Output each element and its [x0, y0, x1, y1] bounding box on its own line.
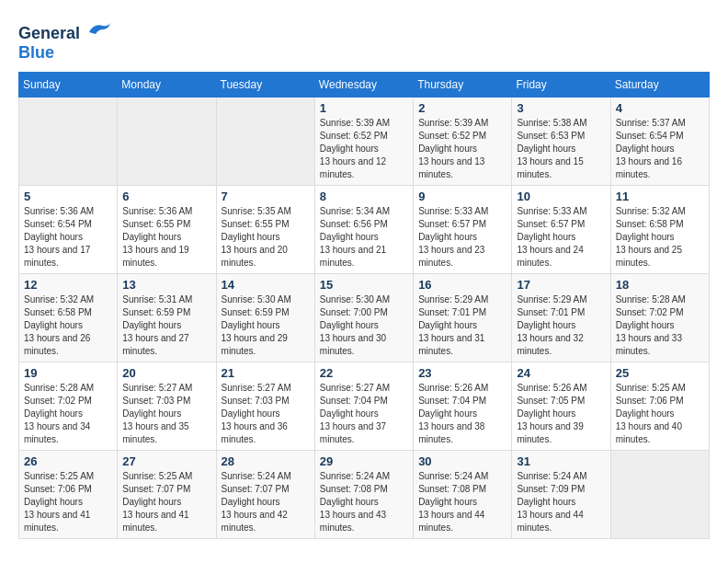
day-info: Sunrise: 5:27 AM Sunset: 7:04 PM Dayligh…	[320, 382, 408, 446]
day-number: 11	[616, 190, 704, 203]
day-number: 17	[517, 278, 605, 292]
calendar-cell	[610, 451, 709, 539]
calendar-cell	[19, 98, 118, 186]
weekday-header-friday: Friday	[512, 73, 610, 98]
calendar-cell: 5 Sunrise: 5:36 AM Sunset: 6:54 PM Dayli…	[19, 186, 118, 274]
day-number: 13	[122, 278, 210, 292]
weekday-header-saturday: Saturday	[610, 73, 709, 98]
logo-blue-text: Blue	[18, 43, 54, 62]
calendar-cell: 31 Sunrise: 5:24 AM Sunset: 7:09 PM Dayl…	[512, 451, 610, 539]
calendar-cell: 25 Sunrise: 5:25 AM Sunset: 7:06 PM Dayl…	[610, 362, 709, 451]
calendar-cell: 26 Sunrise: 5:25 AM Sunset: 7:06 PM Dayl…	[19, 451, 118, 539]
day-info: Sunrise: 5:32 AM Sunset: 6:58 PM Dayligh…	[24, 293, 112, 358]
day-number: 14	[222, 278, 310, 292]
day-number: 29	[320, 454, 408, 468]
day-info: Sunrise: 5:24 AM Sunset: 7:08 PM Dayligh…	[418, 470, 506, 534]
day-info: Sunrise: 5:36 AM Sunset: 6:55 PM Dayligh…	[122, 205, 210, 270]
logo-general-text: General	[18, 24, 80, 42]
day-number: 6	[122, 190, 210, 203]
day-info: Sunrise: 5:25 AM Sunset: 7:06 PM Dayligh…	[24, 470, 112, 534]
day-number: 23	[418, 366, 506, 380]
day-number: 7	[222, 190, 310, 203]
day-number: 10	[517, 190, 605, 203]
day-info: Sunrise: 5:31 AM Sunset: 6:59 PM Dayligh…	[122, 293, 210, 358]
calendar-cell: 21 Sunrise: 5:27 AM Sunset: 7:03 PM Dayl…	[216, 362, 314, 451]
day-info: Sunrise: 5:24 AM Sunset: 7:09 PM Dayligh…	[517, 470, 605, 534]
day-number: 21	[222, 366, 310, 380]
logo: General Blue	[18, 18, 112, 63]
day-info: Sunrise: 5:39 AM Sunset: 6:52 PM Dayligh…	[418, 117, 506, 181]
day-info: Sunrise: 5:28 AM Sunset: 7:02 PM Dayligh…	[616, 293, 704, 358]
calendar-cell: 30 Sunrise: 5:24 AM Sunset: 7:08 PM Dayl…	[414, 451, 512, 539]
calendar-cell: 20 Sunrise: 5:27 AM Sunset: 7:03 PM Dayl…	[118, 362, 216, 451]
day-info: Sunrise: 5:33 AM Sunset: 6:57 PM Dayligh…	[418, 205, 506, 270]
day-number: 20	[122, 366, 210, 380]
day-number: 16	[418, 278, 506, 292]
day-info: Sunrise: 5:36 AM Sunset: 6:54 PM Dayligh…	[24, 205, 112, 270]
day-info: Sunrise: 5:33 AM Sunset: 6:57 PM Dayligh…	[517, 205, 605, 270]
day-number: 3	[517, 101, 605, 115]
day-info: Sunrise: 5:39 AM Sunset: 6:52 PM Dayligh…	[320, 117, 408, 181]
day-info: Sunrise: 5:37 AM Sunset: 6:54 PM Dayligh…	[616, 117, 704, 181]
calendar-cell: 11 Sunrise: 5:32 AM Sunset: 6:58 PM Dayl…	[610, 186, 709, 274]
day-number: 8	[320, 190, 408, 203]
calendar-cell: 18 Sunrise: 5:28 AM Sunset: 7:02 PM Dayl…	[610, 274, 709, 362]
calendar-cell	[216, 98, 314, 186]
calendar-cell: 9 Sunrise: 5:33 AM Sunset: 6:57 PM Dayli…	[414, 186, 512, 274]
day-number: 4	[616, 101, 704, 115]
day-info: Sunrise: 5:25 AM Sunset: 7:06 PM Dayligh…	[616, 382, 704, 446]
calendar-cell: 3 Sunrise: 5:38 AM Sunset: 6:53 PM Dayli…	[512, 98, 610, 186]
day-number: 5	[24, 190, 112, 203]
calendar-cell	[118, 98, 216, 186]
calendar-week-row: 26 Sunrise: 5:25 AM Sunset: 7:06 PM Dayl…	[19, 451, 710, 539]
weekday-header-sunday: Sunday	[19, 73, 118, 98]
day-info: Sunrise: 5:34 AM Sunset: 6:56 PM Dayligh…	[320, 205, 408, 270]
day-number: 31	[517, 454, 605, 468]
calendar-header-row: SundayMondayTuesdayWednesdayThursdayFrid…	[19, 73, 710, 98]
day-number: 28	[222, 454, 310, 468]
calendar-cell: 13 Sunrise: 5:31 AM Sunset: 6:59 PM Dayl…	[118, 274, 216, 362]
weekday-header-wednesday: Wednesday	[314, 73, 413, 98]
day-info: Sunrise: 5:30 AM Sunset: 7:00 PM Dayligh…	[320, 293, 408, 358]
calendar-cell: 17 Sunrise: 5:29 AM Sunset: 7:01 PM Dayl…	[512, 274, 610, 362]
day-info: Sunrise: 5:27 AM Sunset: 7:03 PM Dayligh…	[222, 382, 310, 446]
calendar-cell: 16 Sunrise: 5:29 AM Sunset: 7:01 PM Dayl…	[414, 274, 512, 362]
day-number: 19	[24, 366, 112, 380]
day-number: 30	[418, 454, 506, 468]
day-info: Sunrise: 5:29 AM Sunset: 7:01 PM Dayligh…	[517, 293, 605, 358]
calendar-week-row: 19 Sunrise: 5:28 AM Sunset: 7:02 PM Dayl…	[19, 362, 710, 451]
calendar-cell: 12 Sunrise: 5:32 AM Sunset: 6:58 PM Dayl…	[19, 274, 118, 362]
calendar-cell: 15 Sunrise: 5:30 AM Sunset: 7:00 PM Dayl…	[314, 274, 413, 362]
calendar-cell: 29 Sunrise: 5:24 AM Sunset: 7:08 PM Dayl…	[314, 451, 413, 539]
weekday-header-tuesday: Tuesday	[216, 73, 314, 98]
day-number: 15	[320, 278, 408, 292]
calendar-cell: 4 Sunrise: 5:37 AM Sunset: 6:54 PM Dayli…	[610, 98, 709, 186]
calendar-cell: 1 Sunrise: 5:39 AM Sunset: 6:52 PM Dayli…	[314, 98, 413, 186]
calendar-cell: 10 Sunrise: 5:33 AM Sunset: 6:57 PM Dayl…	[512, 186, 610, 274]
calendar-table: SundayMondayTuesdayWednesdayThursdayFrid…	[18, 72, 710, 539]
day-number: 2	[418, 101, 506, 115]
calendar-cell: 6 Sunrise: 5:36 AM Sunset: 6:55 PM Dayli…	[118, 186, 216, 274]
weekday-header-monday: Monday	[118, 73, 216, 98]
day-info: Sunrise: 5:30 AM Sunset: 6:59 PM Dayligh…	[222, 293, 310, 358]
day-info: Sunrise: 5:35 AM Sunset: 6:55 PM Dayligh…	[222, 205, 310, 270]
calendar-cell: 23 Sunrise: 5:26 AM Sunset: 7:04 PM Dayl…	[414, 362, 512, 451]
calendar-cell: 7 Sunrise: 5:35 AM Sunset: 6:55 PM Dayli…	[216, 186, 314, 274]
calendar-week-row: 12 Sunrise: 5:32 AM Sunset: 6:58 PM Dayl…	[19, 274, 710, 362]
day-number: 25	[616, 366, 704, 380]
calendar-cell: 22 Sunrise: 5:27 AM Sunset: 7:04 PM Dayl…	[314, 362, 413, 451]
calendar-cell: 2 Sunrise: 5:39 AM Sunset: 6:52 PM Dayli…	[414, 98, 512, 186]
calendar-cell: 27 Sunrise: 5:25 AM Sunset: 7:07 PM Dayl…	[118, 451, 216, 539]
day-number: 9	[418, 190, 506, 203]
day-number: 18	[616, 278, 704, 292]
calendar-cell: 19 Sunrise: 5:28 AM Sunset: 7:02 PM Dayl…	[19, 362, 118, 451]
day-info: Sunrise: 5:27 AM Sunset: 7:03 PM Dayligh…	[122, 382, 210, 446]
day-info: Sunrise: 5:24 AM Sunset: 7:08 PM Dayligh…	[320, 470, 408, 534]
calendar-cell: 24 Sunrise: 5:26 AM Sunset: 7:05 PM Dayl…	[512, 362, 610, 451]
day-info: Sunrise: 5:26 AM Sunset: 7:04 PM Dayligh…	[418, 382, 506, 446]
day-number: 27	[122, 454, 210, 468]
logo-bird-icon	[85, 18, 112, 39]
day-number: 22	[320, 366, 408, 380]
calendar-week-row: 5 Sunrise: 5:36 AM Sunset: 6:54 PM Dayli…	[19, 186, 710, 274]
calendar-cell: 28 Sunrise: 5:24 AM Sunset: 7:07 PM Dayl…	[216, 451, 314, 539]
